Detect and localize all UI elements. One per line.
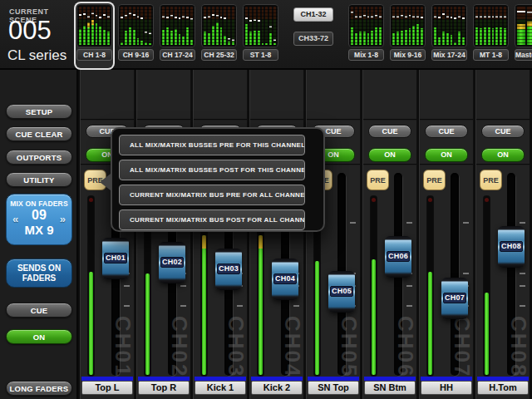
meter-bank-mix1-8[interactable]: Mix 1-8 xyxy=(347,3,385,68)
channel-name[interactable]: HH xyxy=(421,381,472,395)
next-mix-bus-icon[interactable]: » xyxy=(60,213,66,225)
channel-on-button[interactable]: ON xyxy=(425,148,468,162)
meter-column xyxy=(495,7,498,45)
fader-cap[interactable]: CH01 xyxy=(102,238,129,279)
fader-cap[interactable]: CH02 xyxy=(159,242,185,283)
channel-name[interactable]: SN Top xyxy=(308,381,359,395)
channel-name[interactable]: SN Btm xyxy=(364,381,416,395)
fader-cap-label: CH05 xyxy=(330,286,353,297)
meter-peak-mark xyxy=(87,16,90,17)
meter-column xyxy=(204,7,206,45)
utility-button[interactable]: UTILITY xyxy=(6,172,72,187)
meter-bank-label: CH 17-24 xyxy=(160,49,195,61)
layer-button-ch1-32[interactable]: CH1-32 xyxy=(293,7,333,22)
fader-cap[interactable]: CH04 xyxy=(272,259,298,300)
meter-fill xyxy=(363,32,366,45)
meter-column xyxy=(451,7,453,45)
meter-column xyxy=(121,7,123,45)
channel-on-button[interactable]: ON xyxy=(368,148,411,162)
meter-peak-mark xyxy=(504,16,506,17)
meter-fill xyxy=(442,32,445,45)
fader-cap[interactable]: CH06 xyxy=(385,236,411,278)
meter-bank-st1-8[interactable]: ST 1-8 xyxy=(242,3,279,68)
meter-peak-mark xyxy=(99,17,101,18)
channel-on-button[interactable]: ON xyxy=(481,148,525,162)
prev-mix-bus-icon[interactable]: « xyxy=(12,213,18,225)
meter-bank-mix17-24[interactable]: Mix 17-24 xyxy=(431,3,468,68)
fader-scale-tick xyxy=(463,222,469,224)
popup-item-3[interactable]: CURRENT MIX/MATRIX BUS POST FOR ALL CHAN… xyxy=(119,209,305,230)
long-faders-button[interactable]: LONG FADERS xyxy=(6,381,72,396)
meter-peak-mark xyxy=(175,17,177,18)
fader-scale-tick xyxy=(124,285,130,287)
meter-yellow-tip xyxy=(517,24,525,29)
meter-column xyxy=(492,7,495,45)
mix-on-faders-selector[interactable]: MIX ON FADERS 09 MX 9 « » xyxy=(6,194,72,245)
meter-bank-master[interactable]: Master xyxy=(514,3,532,68)
cue-clear-button[interactable]: CUE CLEAR xyxy=(6,126,72,141)
fader-cap[interactable]: CH03 xyxy=(215,249,242,290)
channel-meter-fill xyxy=(485,293,489,375)
popup-item-2[interactable]: CURRENT MIX/MATRIX BUS PRE FOR ALL CHANN… xyxy=(119,185,305,205)
meter-column xyxy=(212,7,214,45)
channel-cue-button[interactable]: CUE xyxy=(481,125,525,138)
pre-indicator[interactable]: PRE xyxy=(480,170,502,190)
meter-fill xyxy=(462,37,465,45)
channel-name[interactable]: Kick 2 xyxy=(251,381,303,395)
fader-cap[interactable]: CH07 xyxy=(441,278,468,319)
pre-indicator[interactable]: PRE xyxy=(367,170,389,190)
meter-bank-ch25-32[interactable]: CH 25-32 xyxy=(200,3,238,68)
meter-fill xyxy=(107,32,110,45)
master-cue-button[interactable]: CUE xyxy=(6,303,72,318)
channel-cue-button[interactable]: CUE xyxy=(425,125,468,138)
fader-scale-tick xyxy=(237,305,243,307)
popup-item-0[interactable]: ALL MIX/MATRIX BUSSES PRE FOR THIS CHANN… xyxy=(119,135,305,155)
channel-name[interactable]: Kick 1 xyxy=(195,381,246,395)
popup-item-1[interactable]: ALL MIX/MATRIX BUSSES POST FOR THIS CHAN… xyxy=(119,160,305,180)
meter-fill xyxy=(367,33,370,45)
meter-fill xyxy=(249,32,252,45)
meter-fill xyxy=(79,29,81,45)
strip-divider xyxy=(476,164,530,165)
meter-bank-label: MT 1-8 xyxy=(473,49,509,61)
meter-bank-label: ST 1-8 xyxy=(243,49,278,61)
fader-scale-tick xyxy=(520,222,525,224)
meter-column xyxy=(397,7,399,45)
channel-cue-button[interactable]: CUE xyxy=(368,125,411,138)
meter-column xyxy=(182,7,185,45)
meter-column xyxy=(91,7,94,45)
setup-button[interactable]: SETUP xyxy=(6,104,72,119)
fader-cap[interactable]: CH05 xyxy=(328,271,355,313)
meter-bank-mt1-8[interactable]: MT 1-8 xyxy=(472,3,510,68)
meter-bank-ch9-16[interactable]: CH 9-16 xyxy=(117,3,155,68)
channel-name[interactable]: Top R xyxy=(138,381,190,395)
channel-meter xyxy=(371,196,377,376)
pre-indicator[interactable]: PRE xyxy=(423,170,446,190)
meter-column xyxy=(208,7,210,45)
meter-fill xyxy=(451,35,453,45)
meter-yellow-tip xyxy=(527,22,532,27)
meter-fill xyxy=(137,38,140,45)
meter-column xyxy=(359,7,362,45)
channel-name[interactable]: Top L xyxy=(81,381,133,395)
meter-peak-mark xyxy=(480,16,482,17)
meter-column xyxy=(500,7,502,45)
outports-button[interactable]: OUTPORTS xyxy=(6,150,72,165)
meter-column xyxy=(107,7,110,45)
meter-peak-mark xyxy=(79,14,81,16)
meter-column xyxy=(367,7,370,45)
meter-bank-label: CH 25-32 xyxy=(201,49,237,61)
meter-peak-mark xyxy=(405,16,407,17)
sends-on-faders-button[interactable]: SENDS ON FADERS xyxy=(6,259,72,288)
layer-button-ch33-72[interactable]: CH33-72 xyxy=(293,32,333,46)
fader-cap[interactable]: CH08 xyxy=(498,226,525,268)
master-on-button[interactable]: ON xyxy=(6,329,72,344)
meter-bank-mix9-16[interactable]: Mix 9-16 xyxy=(389,3,426,68)
meter-bank-ch1-8[interactable]: CH 1-8 xyxy=(76,3,113,68)
meter-peak-mark xyxy=(392,16,395,17)
meter-bank-meters xyxy=(243,4,278,47)
channel-id-watermark: CH04 xyxy=(282,316,303,377)
meter-column xyxy=(175,7,177,45)
meter-bank-ch17-24[interactable]: CH 17-24 xyxy=(159,3,196,68)
channel-name[interactable]: H.Tom xyxy=(477,381,529,395)
